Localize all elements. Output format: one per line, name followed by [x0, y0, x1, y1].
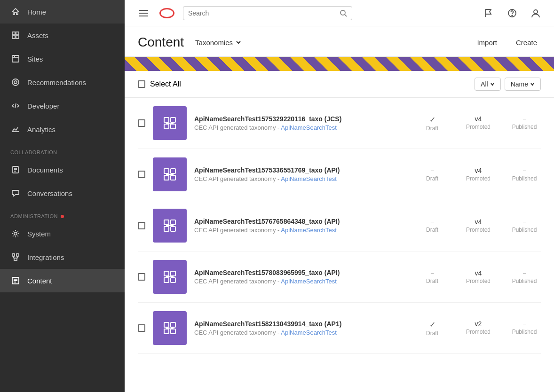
- published-value: −: [508, 115, 541, 123]
- sidebar-item-sites[interactable]: Sites: [0, 47, 125, 71]
- item-checkbox-4[interactable]: [138, 273, 145, 281]
- hamburger-button[interactable]: [136, 6, 151, 21]
- item-checkbox-1[interactable]: [138, 119, 145, 127]
- header-actions: Import Create: [473, 37, 541, 48]
- item-status-group: − Draft v4 Promoted − Published: [416, 218, 541, 233]
- sidebar-item-home[interactable]: Home: [0, 0, 125, 24]
- toolbar-row: Select All All Name: [125, 71, 554, 98]
- create-button[interactable]: Create: [512, 37, 541, 48]
- sidebar-item-content[interactable]: Content: [0, 269, 125, 292]
- svg-rect-59: [171, 278, 175, 282]
- svg-rect-17: [16, 254, 19, 256]
- svg-rect-58: [164, 278, 169, 282]
- item-thumbnail: [153, 260, 187, 294]
- draft-status: − Draft: [416, 218, 449, 233]
- item-checkbox-3[interactable]: [138, 222, 145, 229]
- table-row: ApiNameSearchTest1576765864348_taxo (API…: [138, 200, 541, 251]
- svg-rect-2: [12, 36, 15, 39]
- item-status-group: − Draft v4 Promoted − Published: [416, 269, 541, 284]
- page-title: Content: [138, 35, 184, 50]
- home-icon: [10, 7, 21, 17]
- published-value: −: [508, 218, 541, 226]
- row-checkbox[interactable]: [138, 273, 145, 281]
- sites-icon: [10, 54, 21, 64]
- published-label: Published: [508, 329, 541, 335]
- help-button[interactable]: [505, 6, 519, 20]
- svg-rect-16: [12, 254, 15, 256]
- svg-line-9: [15, 103, 16, 108]
- item-checkbox-2[interactable]: [138, 171, 145, 178]
- sidebar-item-label: Sites: [27, 55, 43, 63]
- row-checkbox[interactable]: [138, 324, 145, 332]
- toolbar-filters: All Name: [475, 78, 541, 91]
- svg-rect-38: [171, 124, 175, 129]
- filter-name-button[interactable]: Name: [505, 78, 541, 91]
- item-subtitle: CEC API generated taxonomy - ApiNameSear…: [194, 278, 408, 285]
- item-title: ApiNameSearchTest1578083965995_taxo (API…: [194, 269, 408, 276]
- published-label: Published: [508, 227, 541, 233]
- item-link[interactable]: ApiNameSearchTest: [281, 278, 337, 285]
- select-all-checkbox[interactable]: [138, 80, 145, 88]
- svg-rect-52: [171, 227, 175, 231]
- search-bar: [183, 6, 352, 20]
- svg-rect-35: [164, 118, 169, 122]
- decorative-banner: [125, 57, 554, 71]
- draft-label: Draft: [416, 227, 449, 233]
- flag-button[interactable]: [482, 6, 496, 20]
- published-value: −: [508, 167, 541, 174]
- published-label: Published: [508, 278, 541, 284]
- sidebar-item-analytics[interactable]: Analytics: [0, 118, 125, 141]
- import-button[interactable]: Import: [473, 37, 501, 48]
- taxonomies-button[interactable]: Taxonomies: [191, 37, 245, 48]
- published-status: − Published: [508, 167, 541, 182]
- sidebar-item-documents[interactable]: Documents: [0, 158, 125, 181]
- row-checkbox[interactable]: [138, 222, 145, 229]
- chevron-down-icon: [236, 39, 241, 45]
- published-value: −: [508, 320, 541, 328]
- svg-rect-65: [164, 329, 169, 334]
- promoted-label: Promoted: [462, 124, 495, 130]
- documents-icon: [10, 165, 21, 175]
- svg-line-31: [345, 15, 347, 16]
- row-checkbox[interactable]: [138, 171, 145, 178]
- promoted-value: v2: [462, 320, 495, 328]
- draft-status: ✓ Draft: [416, 115, 449, 132]
- table-row: ApiNameSearchTest1575329220116_taxo (JCS…: [138, 98, 541, 149]
- developer-icon: [10, 101, 21, 111]
- item-thumbnail: [153, 209, 187, 243]
- item-link[interactable]: ApiNameSearchTest: [281, 124, 337, 131]
- sidebar-item-assets[interactable]: Assets: [0, 24, 125, 47]
- sidebar-item-integrations[interactable]: Integrations: [0, 245, 125, 269]
- promoted-status: v4 Promoted: [462, 115, 495, 130]
- sidebar-item-conversations[interactable]: Conversations: [0, 181, 125, 205]
- analytics-icon: [10, 124, 21, 134]
- draft-value: −: [416, 269, 449, 277]
- sidebar-item-label: Developer: [27, 102, 59, 110]
- sidebar-item-system[interactable]: System: [0, 222, 125, 245]
- item-subtitle: CEC API generated taxonomy - ApiNameSear…: [194, 227, 408, 234]
- promoted-label: Promoted: [462, 227, 495, 233]
- user-button[interactable]: [529, 6, 543, 20]
- svg-rect-49: [164, 220, 169, 225]
- topbar-icons: [482, 6, 543, 20]
- draft-value: ✓: [416, 115, 449, 124]
- search-input[interactable]: [188, 9, 336, 17]
- svg-rect-3: [16, 36, 19, 39]
- svg-rect-0: [12, 32, 15, 35]
- item-info: ApiNameSearchTest1575329220116_taxo (JCS…: [194, 115, 408, 131]
- item-link[interactable]: ApiNameSearchTest: [281, 227, 337, 234]
- promoted-value: v4: [462, 269, 495, 277]
- item-thumbnail: [153, 311, 187, 345]
- svg-rect-57: [171, 271, 175, 276]
- item-info: ApiNameSearchTest1582130439914_taxo (AP1…: [194, 320, 408, 336]
- sidebar-item-developer[interactable]: Developer: [0, 94, 125, 118]
- filter-all-button[interactable]: All: [475, 78, 501, 91]
- item-link[interactable]: ApiNameSearchTest: [281, 329, 337, 336]
- draft-label: Draft: [416, 175, 449, 182]
- select-all-area[interactable]: Select All: [138, 80, 181, 88]
- promoted-status: v4 Promoted: [462, 269, 495, 284]
- item-link[interactable]: ApiNameSearchTest: [281, 175, 337, 182]
- item-checkbox-5[interactable]: [138, 324, 145, 332]
- sidebar-item-recommendations[interactable]: Recommendations: [0, 71, 125, 94]
- row-checkbox[interactable]: [138, 119, 145, 127]
